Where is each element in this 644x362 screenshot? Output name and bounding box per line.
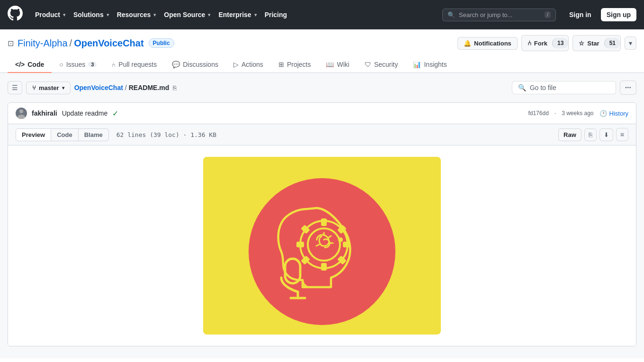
nav-item-product[interactable]: Product [30,8,65,21]
raw-button[interactable]: Raw [558,128,581,141]
svg-rect-6 [296,242,304,247]
nav-item-solutions[interactable]: Solutions [69,8,108,21]
commit-time-text: · [555,110,556,117]
fork-icon: ⑃ [528,39,531,47]
repo-name[interactable]: OpenVoiceChat [74,38,143,49]
branch-chevron-icon: ▾ [62,85,64,90]
file-path-repo-link[interactable]: OpenVoiceChat [74,84,123,91]
commit-author-link[interactable]: fakhirali [32,109,57,117]
sidebar-icon: ☰ [12,84,18,91]
search-file-icon: 🔍 [518,84,526,91]
top-nav: Product ▾ Solutions ▾ Resources ▾ Open S… [0,0,644,29]
github-logo-icon[interactable] [8,6,23,24]
tab-actions[interactable]: ▷ Actions [226,57,271,73]
svg-point-1 [18,115,25,119]
blame-tab-button[interactable]: Blame [79,128,109,141]
svg-point-20 [338,237,343,242]
repo-visibility-badge: Public [149,38,174,48]
fork-button[interactable]: ⑃ Fork 13 [521,35,569,51]
file-viewer: fakhirali Update readme ✓ fd176dd · 3 we… [8,102,636,346]
file-view-tabs: Preview Code Blame [16,128,116,141]
nav-items: Product ▾ Solutions ▾ Resources ▾ Open S… [30,8,435,21]
sidebar-toggle-button[interactable]: ☰ [8,81,22,94]
actions-icon: ▷ [233,61,239,68]
star-count: 51 [604,38,620,48]
insights-icon: 📊 [413,61,421,68]
star-button[interactable]: ☆ Star 51 [572,35,621,51]
readme-illustration [203,157,441,335]
branch-icon: ⑂ [32,84,36,91]
svg-point-0 [19,109,23,113]
svg-rect-7 [343,242,350,247]
commit-time-text: 3 weeks ago [562,110,593,117]
tab-security[interactable]: 🛡 Security [357,57,406,73]
repo-owner[interactable]: Finity-Alpha [18,38,68,49]
copy-path-button[interactable]: ⎘ [171,83,179,92]
file-more-button[interactable]: ≡ [616,128,628,141]
file-toolbar: Preview Code Blame 62 lines (39 loc) · 1… [8,124,636,145]
tab-insights[interactable]: 📊 Insights [405,57,454,73]
download-button[interactable]: ⬇ [599,128,613,141]
nav-item-resources[interactable]: Resources [112,8,156,21]
projects-icon: ⊞ [278,61,284,68]
tab-code[interactable]: </> Code [8,57,52,73]
nav-item-enterprise[interactable]: Enterprise [214,8,256,21]
star-icon: ☆ [579,40,584,47]
bell-icon: 🔔 [464,40,471,47]
commit-message-text: Update readme [62,109,108,117]
preview-tab-button[interactable]: Preview [16,128,51,141]
tab-projects[interactable]: ⊞ Projects [271,57,319,73]
security-icon: 🛡 [365,61,371,68]
tab-wiki[interactable]: 📖 Wiki [318,57,357,73]
readme-body [8,145,636,346]
nav-item-opensource[interactable]: Open Source [159,8,210,21]
goto-file-button[interactable]: 🔍 Go to file [512,81,616,94]
file-path-separator: / [125,84,127,91]
search-placeholder-text: Search or jump to... [459,11,541,18]
wiki-icon: 📖 [326,61,334,68]
signin-button[interactable]: Sign in [564,8,597,21]
repo-header: ⊡ Finity-Alpha / OpenVoiceChat Public 🔔 … [0,29,644,73]
code-icon: </> [15,61,25,68]
history-button[interactable]: 🕐 History [599,110,628,117]
more-options-button[interactable]: ··· [620,81,636,95]
main-content: ☰ ⑂ master ▾ OpenVoiceChat / README.md ⎘… [0,73,644,358]
tab-issues[interactable]: ○ Issues 3 [52,57,104,73]
pullrequest-icon: ⑃ [112,61,116,68]
tab-discussions[interactable]: 💬 Discussions [164,57,226,73]
discussions-icon: 💬 [172,61,180,68]
file-path-current: README.md [129,84,170,91]
svg-rect-4 [321,218,327,226]
copy-raw-button[interactable]: ⎘ [584,128,597,141]
repo-type-icon: ⊡ [8,39,14,48]
branch-selector-button[interactable]: ⑂ master ▾ [26,81,71,94]
file-nav: ☰ ⑂ master ▾ OpenVoiceChat / README.md ⎘… [8,81,636,95]
commit-bar: fakhirali Update readme ✓ fd176dd · 3 we… [8,103,636,124]
author-avatar [16,108,27,119]
history-icon: 🕐 [599,110,607,117]
repo-separator: / [70,38,72,49]
star-dropdown[interactable]: ▾ [625,36,636,50]
issues-icon: ○ [59,61,63,68]
issues-badge: 3 [88,62,97,67]
signup-button[interactable]: Sign up [601,8,636,21]
repo-tabs: </> Code ○ Issues 3 ⑃ Pull requests 💬 Di… [8,57,636,72]
code-tab-button[interactable]: Code [51,128,79,141]
nav-item-pricing[interactable]: Pricing [260,8,292,21]
file-meta-text: 62 lines (39 loc) · 1.36 KB [116,131,216,138]
tab-pullrequests[interactable]: ⑃ Pull requests [104,57,164,73]
search-kbd: / [545,11,551,18]
notifications-button[interactable]: 🔔 Notifications [457,37,518,50]
search-icon: 🔍 [447,11,455,18]
fork-count: 13 [552,38,568,48]
search-bar[interactable]: 🔍 Search or jump to... / [442,9,556,21]
commit-status-icon: ✓ [112,109,118,118]
file-breadcrumb: OpenVoiceChat / README.md ⎘ [74,83,508,92]
svg-rect-5 [321,263,327,271]
commit-hash-text: fd176dd [528,110,548,117]
auth-buttons: Sign in Sign up [564,8,636,21]
